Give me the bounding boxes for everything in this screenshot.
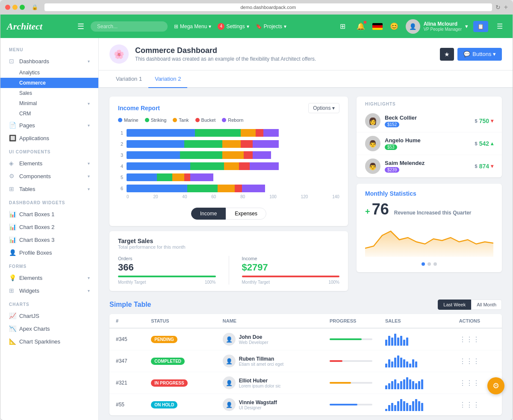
close-dot[interactable] (5, 5, 10, 10)
cell-actions-1[interactable]: ⋮⋮⋮ (453, 350, 502, 372)
mini-bar-3 (394, 358, 396, 367)
main-layout: MENU ⊡ Dashboards ▾ Analytics Commerce S… (0, 38, 513, 420)
notification-action-btn[interactable]: 📋 (473, 21, 488, 32)
tab-variation-1[interactable]: Variation 1 (109, 70, 148, 88)
bar-row-1: 2 (118, 140, 339, 148)
page-header-right: ★ 💬 Buttons ▾ (440, 48, 502, 61)
user-avatar-area[interactable]: 👤 Alina Mclourd VP People Manager ▾ (406, 19, 468, 34)
sidebar-item-forms-widgets[interactable]: ⊞ Widgets ▾ (0, 284, 98, 297)
cell-status-3: ON HOLD (144, 394, 216, 416)
chevron-components-icon: ▾ (88, 174, 90, 179)
income-metric: Income $2797 Monthly Target 100% (242, 256, 340, 285)
dot-2[interactable] (428, 262, 431, 266)
mini-bar-7 (406, 377, 408, 389)
sidebar-item-pages[interactable]: 📄 Pages ▾ (0, 119, 98, 132)
bar-segment-0 (127, 185, 187, 192)
income-progress (242, 276, 340, 277)
mini-bar-0 (385, 409, 387, 411)
dot-3[interactable] (433, 262, 437, 266)
mini-bar-4 (397, 338, 399, 346)
chart-boxes-3-icon: 📊 (9, 236, 16, 243)
sidebar-sub-analytics[interactable]: Analytics (0, 68, 98, 78)
hamburger-icon[interactable]: ☰ (77, 22, 84, 31)
new-tab-icon[interactable]: + (504, 3, 508, 11)
table-row: #321IN PROGRESS👤Elliot HuberLorem ipsum … (109, 372, 502, 394)
bell-icon[interactable]: 🔔 (354, 20, 367, 33)
bar-container-2 (127, 151, 339, 159)
settings-nav[interactable]: 4 Settings ▾ (218, 23, 249, 30)
mini-bar-6 (403, 359, 405, 367)
sidebar-sub-crm[interactable]: CRM (0, 109, 98, 119)
highlight-badge-1: $53 (385, 144, 397, 150)
cell-name-3: 👤Vinnie WagstaffUI Designer (216, 394, 323, 416)
legend-striking: Striking (145, 117, 167, 123)
page-header: 🌸 Commerce Dashboard This dashboard was … (99, 38, 513, 70)
search-input[interactable] (91, 21, 168, 32)
sidebar-item-apex-charts[interactable]: 📉 Apex Charts (0, 322, 98, 335)
cell-actions-0[interactable]: ⋮⋮⋮ (453, 328, 502, 350)
flag-icon[interactable] (372, 23, 383, 30)
star-button[interactable]: ★ (440, 48, 454, 61)
mega-menu-nav[interactable]: ⊞ Mega Menu ▾ (174, 23, 211, 29)
tab-variation-2[interactable]: Variation 2 (148, 70, 187, 88)
chat-icon: 💬 (463, 51, 470, 57)
url-bar[interactable]: demo.dashboardpack.com (44, 3, 492, 11)
sidebar-item-components[interactable]: ⚙ Components ▾ (0, 170, 98, 182)
sidebar-item-elements[interactable]: ◈ Elements ▾ (0, 157, 98, 170)
navbar: Architect ☰ ⊞ Mega Menu ▾ 4 Settings ▾ 🔖… (0, 15, 513, 38)
sidebar-item-forms-elements[interactable]: 💡 Elements ▾ (0, 271, 98, 284)
projects-nav[interactable]: 🔖 Projects ▾ (256, 23, 286, 29)
expenses-tab[interactable]: Expenses (226, 208, 266, 220)
bar-segment-2 (222, 140, 241, 148)
buttons-button[interactable]: 💬 Buttons ▾ (457, 48, 502, 61)
page-title: Commerce Dashboard (135, 46, 316, 55)
smiley-icon[interactable]: 😊 (388, 20, 401, 33)
refresh-icon[interactable]: ↻ (495, 4, 501, 11)
more-icon[interactable]: ☰ (493, 20, 506, 33)
highlight-info-0: Beck Collier $152 (385, 115, 471, 127)
sidebar-sub-sales[interactable]: Sales (0, 88, 98, 98)
sidebar-item-chartjs[interactable]: 📈 ChartJS (0, 309, 98, 322)
legend-reborn: Reborn (222, 117, 243, 123)
mini-bar-6 (403, 379, 405, 389)
gear-fab[interactable]: ⚙ (487, 377, 504, 394)
grid-apps-icon[interactable]: ⊞ (336, 20, 349, 33)
cell-progress-0 (323, 328, 379, 350)
maximize-dot[interactable] (20, 5, 25, 10)
sidebar-sub-commerce[interactable]: Commerce (0, 78, 98, 88)
bar-segment-4 (253, 151, 271, 159)
cell-actions-3[interactable]: ⋮⋮⋮ (453, 394, 502, 416)
options-button[interactable]: Options ▾ (308, 103, 339, 113)
highlight-amount-1: $ 542 ▴ (475, 140, 493, 147)
cell-sales-0 (379, 328, 453, 350)
sidebar-item-chart-boxes-1[interactable]: 📊 Chart Boxes 1 (0, 208, 98, 220)
chevron-forms-widgets-icon: ▾ (88, 288, 90, 293)
dot-1[interactable] (422, 262, 425, 266)
chart-boxes-2-icon: 📊 (9, 223, 16, 230)
highlight-amount-2: $ 874 ▾ (475, 163, 493, 170)
sidebar-item-profile-boxes[interactable]: 👤 Profile Boxes (0, 246, 98, 259)
bar-segment-4 (190, 173, 213, 181)
sidebar-item-applications[interactable]: 🔲 Applications (0, 132, 98, 144)
person-avatar-2: 👤 (223, 376, 236, 389)
chevron-pages-icon: ▾ (88, 123, 90, 128)
sidebar-sub-minimal[interactable]: Minimal ▾ (0, 98, 98, 109)
sidebar-item-chart-boxes-2[interactable]: 📊 Chart Boxes 2 (0, 220, 98, 233)
orders-footer: Monthly Target 100% (118, 280, 216, 285)
bar-segment-0 (127, 151, 180, 159)
sidebar-item-tables[interactable]: ⊞ Tables ▾ (0, 182, 98, 195)
sidebar-item-chart-sparklines[interactable]: 📐 Chart Sparklines (0, 335, 98, 348)
sidebar-item-dashboards[interactable]: ⊡ Dashboards ▾ (0, 55, 98, 68)
minimize-dot[interactable] (12, 5, 18, 10)
avatar: 👤 (406, 19, 420, 34)
reborn-dot (222, 118, 226, 122)
cell-name-2: 👤Elliot HuberLorem ipsum dolor sic (216, 372, 323, 394)
cell-name-1: 👤Ruben TillmanEtiam sit amet orci eget (216, 350, 323, 372)
filter-all-month-btn[interactable]: All Month (471, 300, 502, 310)
income-tab[interactable]: Income (191, 208, 226, 220)
sidebar: MENU ⊡ Dashboards ▾ Analytics Commerce S… (0, 38, 99, 420)
url-text: demo.dashboardpack.com (241, 5, 296, 10)
mini-bar-8 (409, 364, 411, 367)
sidebar-item-chart-boxes-3[interactable]: 📊 Chart Boxes 3 (0, 233, 98, 246)
filter-last-week-btn[interactable]: Last Week (438, 300, 471, 310)
